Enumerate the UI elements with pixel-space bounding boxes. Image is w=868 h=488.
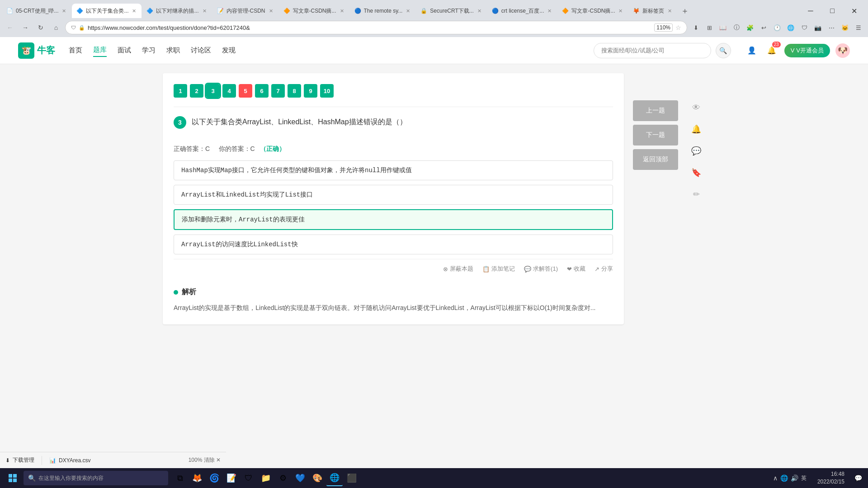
download-icon[interactable]: ⬇ [690, 22, 702, 33]
shield-icon[interactable]: 🛡 [798, 22, 810, 33]
nav-item-problems[interactable]: 题库 [93, 44, 107, 57]
q-nav-8[interactable]: 8 [288, 84, 301, 98]
option-d-text: ArrayList的访问速度比LinkedList快 [181, 241, 298, 248]
extension-icon[interactable]: 🧩 [744, 22, 756, 33]
option-c[interactable]: 添加和删除元素时，ArrayList的表现更佳 [174, 209, 613, 230]
back-to-top-button[interactable]: 返回顶部 [633, 149, 678, 170]
question-number-badge: 3 [174, 116, 186, 129]
settings-icon[interactable]: ☰ [853, 22, 864, 33]
tab-4[interactable]: 📝 内容管理-CSDN ✕ [212, 4, 278, 18]
user-icon[interactable]: 👤 [745, 43, 759, 58]
share-action[interactable]: ↗ 分享 [594, 265, 613, 273]
tab-close-9[interactable]: ✕ [618, 7, 623, 15]
new-tab-button[interactable]: ＋ [678, 4, 692, 18]
tab-label-6: The remote sy... [364, 8, 403, 14]
back-button[interactable]: ← [4, 21, 16, 34]
nav-item-learn[interactable]: 学习 [142, 44, 156, 56]
hide-question-action[interactable]: ⊗ 屏蔽本题 [443, 265, 473, 273]
bell-glyph: 🔔 [767, 46, 776, 55]
option-d[interactable]: ArrayList的访问速度比LinkedList快 [174, 235, 613, 254]
sidebar-icon[interactable]: ⊞ [703, 22, 715, 33]
bell-icon[interactable]: 🔔 [689, 122, 703, 136]
option-b-text: ArrayList和LinkedList均实现了List接口 [181, 191, 313, 198]
nav-item-jobs[interactable]: 求职 [166, 44, 180, 56]
window-controls: ─ □ ✕ [800, 4, 866, 18]
tab-close-2[interactable]: ✕ [131, 7, 137, 15]
tab-close-1[interactable]: ✕ [61, 7, 67, 15]
tab-label-3: 以下对继承的描... [156, 7, 198, 15]
tab-7[interactable]: 🔒 SecureCRT下载... ✕ [416, 4, 486, 18]
maximize-button[interactable]: □ [822, 4, 843, 18]
address-field[interactable]: 🛡 🔒 https://www.nowcoder.com/test/questi… [65, 21, 687, 34]
tab-close-10[interactable]: ✕ [667, 7, 673, 15]
home-button[interactable]: ⌂ [50, 21, 62, 34]
nav-item-discuss[interactable]: 讨论区 [191, 44, 211, 56]
undo-icon[interactable]: ↩ [758, 22, 769, 33]
toolbar-actions: ⬇ ⊞ 📖 ⓘ 🧩 ↩ 🕐 🌐 🛡 📷 ⋯ 🐱 ☰ [690, 22, 864, 33]
tab-close-7[interactable]: ✕ [476, 7, 482, 15]
q-nav-5[interactable]: 5 [239, 84, 252, 98]
q-nav-2[interactable]: 2 [190, 84, 203, 98]
eye-icon[interactable]: 👁 [689, 100, 703, 115]
more-icon[interactable]: ⋯ [826, 22, 837, 33]
tab-close-4[interactable]: ✕ [268, 7, 274, 15]
history-icon[interactable]: 🕐 [771, 22, 783, 33]
logo[interactable]: 🐮 牛客 [18, 42, 55, 59]
forward-button[interactable]: → [19, 21, 32, 34]
refresh-button[interactable]: ↻ [34, 21, 47, 34]
screenshot-icon[interactable]: 📷 [812, 22, 824, 33]
q-nav-10[interactable]: 10 [320, 84, 334, 98]
nav-item-home[interactable]: 首页 [69, 44, 82, 56]
zoom-badge[interactable]: 110% [654, 23, 673, 32]
tab-2[interactable]: 🔷 以下关于集合类... ✕ [72, 4, 142, 18]
tab-favicon-7: 🔒 [420, 8, 427, 14]
tab-1[interactable]: 📄 05-CRT使用_哔... ✕ [2, 4, 71, 18]
tab-3[interactable]: 🔷 以下对继承的描... ✕ [142, 4, 212, 18]
bookmark-icon[interactable]: 🔖 [689, 165, 703, 180]
close-button[interactable]: ✕ [844, 4, 864, 18]
tab-favicon-6: 🔵 [354, 8, 361, 14]
q-nav-9[interactable]: 9 [304, 84, 317, 98]
tab-close-8[interactable]: ✕ [547, 7, 552, 15]
tab-9[interactable]: 🔶 写文章-CSDN摘... ✕ [557, 4, 628, 18]
tab-6[interactable]: 🔵 The remote sy... ✕ [350, 4, 416, 18]
avatar[interactable]: 🐶 [835, 43, 850, 58]
q-nav-4[interactable]: 4 [222, 84, 236, 98]
tab-favicon-1: 📄 [6, 8, 13, 14]
collect-action[interactable]: ❤ 收藏 [567, 265, 585, 273]
tab-close-6[interactable]: ✕ [405, 7, 411, 15]
search-button[interactable]: 🔍 [716, 43, 731, 58]
tab-5[interactable]: 🔶 写文章-CSDN摘... ✕ [279, 4, 349, 18]
tab-close-3[interactable]: ✕ [202, 7, 208, 15]
add-note-action[interactable]: 📋 添加笔记 [482, 265, 515, 273]
question-block: 3 以下关于集合类ArrayList、LinkedList、HashMap描述错… [174, 116, 613, 278]
minimize-button[interactable]: ─ [800, 4, 821, 18]
search-input[interactable] [594, 43, 711, 58]
q-nav-3[interactable]: 3 [206, 84, 220, 98]
edit-icon[interactable]: ✏ [689, 187, 703, 202]
ask-answer-action[interactable]: 💬 求解答(1) [524, 265, 558, 273]
prev-question-button[interactable]: 上一题 [633, 100, 678, 121]
q-nav-1[interactable]: 1 [174, 84, 187, 98]
tab-10[interactable]: 🦊 新标签页 ✕ [628, 4, 677, 18]
nav-item-interview[interactable]: 面试 [118, 44, 131, 56]
option-b[interactable]: ArrayList和LinkedList均实现了List接口 [174, 185, 613, 205]
vip-button[interactable]: V V开通会员 [784, 44, 830, 57]
tab-close-5[interactable]: ✕ [339, 7, 345, 15]
bookmark-icon[interactable]: ☆ [675, 24, 681, 31]
translate-icon[interactable]: 🌐 [785, 22, 797, 33]
next-question-button[interactable]: 下一题 [633, 125, 678, 145]
action-row: ⊗ 屏蔽本题 📋 添加笔记 💬 求解答(1) ❤ 收藏 [174, 259, 613, 278]
site-header: 🐮 牛客 首页 题库 面试 学习 求职 讨论区 发现 🔍 👤 🔔 23 V [0, 37, 868, 64]
content-panel: 1 2 3 4 5 6 7 8 9 10 3 以下关于集合类ArrayList、… [163, 73, 624, 324]
avatar-icon[interactable]: 🐱 [839, 22, 851, 33]
info-icon[interactable]: ⓘ [731, 22, 742, 33]
tab-8[interactable]: 🔵 crt license_百度... ✕ [487, 4, 557, 18]
q-nav-7[interactable]: 7 [271, 84, 285, 98]
wechat-icon[interactable]: 💬 [689, 144, 703, 158]
nav-item-discover[interactable]: 发现 [222, 44, 236, 56]
option-a[interactable]: HashMap实现Map接口，它允许任何类型的键和值对象，并允许将null用作键… [174, 160, 613, 180]
reader-mode-icon[interactable]: 📖 [717, 22, 729, 33]
notification-icon[interactable]: 🔔 23 [764, 43, 779, 58]
q-nav-6[interactable]: 6 [255, 84, 269, 98]
